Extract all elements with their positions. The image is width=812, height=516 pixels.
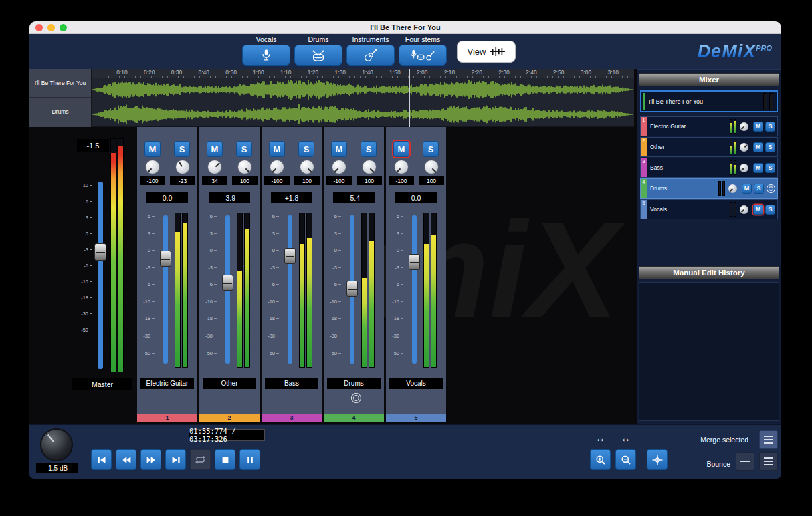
- merge-menu-button[interactable]: [759, 430, 778, 449]
- vocals-stem-button[interactable]: [242, 45, 290, 66]
- mute-button[interactable]: M: [753, 122, 763, 132]
- pan-knob[interactable]: [207, 160, 222, 174]
- mini-pan-knob[interactable]: [740, 164, 748, 172]
- output-volume-readout: -1.5 dB: [36, 463, 78, 473]
- ruler-tick-label: 1:30: [326, 69, 354, 78]
- rewind-button[interactable]: [116, 449, 136, 470]
- screen: I'll Be There For You Vocals Drums: [0, 0, 812, 516]
- waveform-track-full-mix[interactable]: [92, 78, 634, 102]
- skip-to-end-button[interactable]: [165, 449, 186, 470]
- scale-tick: 0: [397, 248, 403, 253]
- stem-label-instruments: Instruments: [346, 35, 395, 43]
- mute-button[interactable]: M: [753, 142, 763, 152]
- track-label-drums[interactable]: Drums: [29, 98, 91, 126]
- mute-button[interactable]: M: [742, 184, 752, 194]
- maximize-window-button[interactable]: [60, 24, 67, 31]
- mini-pan-knob[interactable]: [740, 143, 748, 152]
- width-knob[interactable]: [237, 160, 252, 174]
- four-stems-button[interactable]: [399, 45, 447, 66]
- mute-button[interactable]: M: [393, 141, 409, 157]
- edit-target-icon[interactable]: [767, 184, 775, 193]
- view-button[interactable]: View: [457, 41, 516, 63]
- bounce-menu-button[interactable]: [759, 452, 778, 471]
- master-fader[interactable]: [98, 182, 103, 369]
- track-name: Bass: [647, 164, 730, 171]
- zoom-out-button[interactable]: [615, 449, 636, 470]
- minimize-window-button[interactable]: [47, 24, 55, 31]
- stop-button[interactable]: [215, 449, 235, 470]
- fast-forward-button[interactable]: [140, 449, 161, 470]
- channel-fader[interactable]: [163, 215, 168, 364]
- mini-pan-knob[interactable]: [740, 205, 748, 214]
- master-mini-meter: [763, 93, 767, 110]
- channel-fader[interactable]: [350, 215, 354, 364]
- ruler-tick-label: 2:10: [436, 69, 464, 78]
- stem-label-drums: Drums: [294, 35, 342, 43]
- solo-button[interactable]: S: [765, 142, 775, 152]
- zoom-in-button[interactable]: [590, 449, 611, 470]
- edit-target-icon[interactable]: [351, 393, 361, 403]
- timeline: 0:100:200:300:400:501:001:101:201:301:40…: [29, 69, 634, 127]
- locate-playhead-button[interactable]: [647, 449, 668, 470]
- bounce-remove-button[interactable]: [736, 452, 754, 471]
- close-window-button[interactable]: [35, 24, 43, 31]
- solo-button[interactable]: S: [298, 141, 314, 157]
- track-name: Electric Guitar: [647, 123, 730, 130]
- mute-button[interactable]: M: [753, 205, 763, 215]
- sidebar-master-track[interactable]: I'll Be There For You: [640, 90, 778, 112]
- drums-stem-button[interactable]: [294, 45, 342, 66]
- sidebar-row-electric-guitar[interactable]: 1 Electric Guitar M S: [640, 116, 778, 136]
- pause-button[interactable]: [239, 449, 260, 470]
- pan-knob[interactable]: [145, 160, 160, 174]
- solo-button[interactable]: S: [236, 141, 252, 157]
- mini-meter: [734, 119, 736, 134]
- solo-button[interactable]: S: [765, 163, 775, 173]
- output-volume-knob[interactable]: [40, 428, 73, 461]
- width-knob[interactable]: [424, 160, 439, 174]
- mini-pan-knob[interactable]: [740, 122, 748, 131]
- pan-knob[interactable]: [394, 160, 409, 174]
- solo-button[interactable]: S: [361, 141, 377, 157]
- solo-button[interactable]: S: [423, 141, 439, 157]
- scale-tick: 10: [83, 183, 92, 188]
- pan-knob[interactable]: [332, 160, 346, 174]
- hamburger-icon: [764, 436, 773, 444]
- mute-button[interactable]: M: [753, 163, 763, 173]
- mute-button[interactable]: M: [331, 141, 347, 157]
- right-sidebar: Mixer I'll Be There For You 1 Electric G…: [637, 69, 781, 424]
- solo-button[interactable]: S: [765, 122, 775, 132]
- window-title: I'll Be There For You: [29, 23, 781, 31]
- solo-button[interactable]: S: [765, 205, 775, 215]
- channel-fader[interactable]: [412, 215, 417, 364]
- scale-tick: -3: [395, 265, 403, 271]
- mute-button[interactable]: M: [144, 141, 161, 157]
- sidebar-row-drums[interactable]: 4 Drums M S: [640, 178, 778, 199]
- solo-button[interactable]: S: [174, 141, 190, 157]
- time-ruler[interactable]: 0:100:200:300:400:501:001:101:201:301:40…: [92, 69, 634, 78]
- mute-button[interactable]: M: [269, 141, 285, 157]
- channel-fader[interactable]: [225, 215, 230, 364]
- channel-strip-vocals: M S -100 100 0.0 630-3-6-10-18-30-50: [386, 127, 446, 422]
- mini-pan-knob[interactable]: [728, 184, 737, 193]
- width-knob[interactable]: [300, 160, 314, 174]
- channel-meters: [237, 213, 250, 368]
- instruments-stem-button[interactable]: [346, 45, 395, 66]
- waveform-track-drums[interactable]: [92, 102, 634, 127]
- waveform-icon: [490, 47, 505, 57]
- width-knob[interactable]: [362, 160, 377, 174]
- channel-fader[interactable]: [288, 215, 292, 364]
- drums-icon: [310, 48, 326, 63]
- loop-button[interactable]: [190, 449, 211, 470]
- pan-knob[interactable]: [270, 160, 284, 174]
- scale-tick: -30: [268, 334, 279, 339]
- track-label-full-mix[interactable]: I'll Be There For You: [29, 69, 91, 98]
- sidebar-row-other[interactable]: 2 Other M S: [640, 137, 778, 157]
- skip-to-start-button[interactable]: [91, 449, 112, 470]
- sidebar-row-bass[interactable]: 3 Bass M S: [640, 158, 778, 178]
- channel-meters: [175, 213, 188, 368]
- solo-button[interactable]: S: [754, 184, 764, 194]
- width-knob[interactable]: [175, 160, 190, 174]
- playhead[interactable]: [409, 69, 410, 127]
- mute-button[interactable]: M: [207, 141, 223, 157]
- sidebar-row-vocals[interactable]: 5 Vocals M S: [640, 199, 778, 219]
